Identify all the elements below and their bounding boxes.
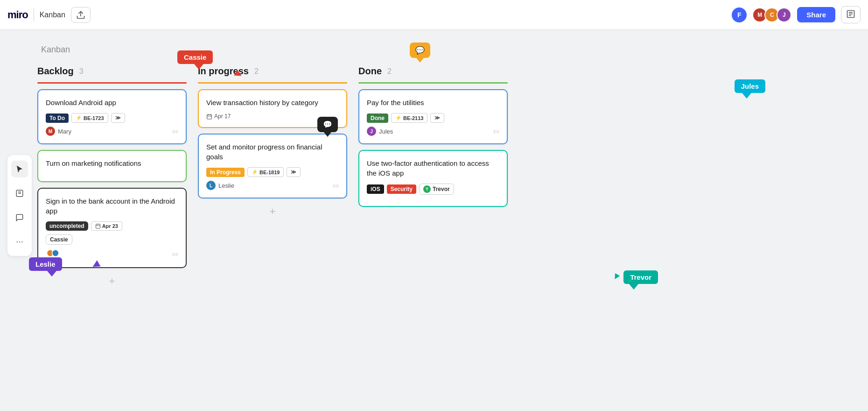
card-user: J Jules xyxy=(367,127,393,136)
svg-point-16 xyxy=(52,250,59,256)
column-done-title: Done xyxy=(358,66,382,77)
move-icon: ⇰ xyxy=(493,127,499,136)
trevor-label: Trevor xyxy=(623,270,658,284)
jules-cursor: Jules xyxy=(735,79,765,93)
card-download-android[interactable]: Download Android app To Do ⚡ BE-1723 ≫ M… xyxy=(37,89,187,144)
sidebar-note-icon[interactable] xyxy=(11,185,28,202)
move-icon: ⇰ xyxy=(172,250,178,259)
date-value: Apr 17 xyxy=(214,113,231,120)
kanban-board: Backlog 3 Download Android app To Do ⚡ B… xyxy=(37,66,831,289)
user-avatar-f: F xyxy=(732,7,747,22)
extra-tags: Cassie xyxy=(46,234,178,245)
card-tags: To Do ⚡ BE-1723 ≫ xyxy=(46,113,178,123)
column-inprogress-header: In progress 2 xyxy=(198,66,347,77)
sidebar-comment-icon[interactable] xyxy=(11,209,28,226)
main-content: Kanban Cassie ► Jules Backlog 3 Download… xyxy=(0,30,868,304)
avatar-3: J xyxy=(777,7,791,22)
share-button[interactable]: Share xyxy=(797,7,835,22)
date-tag: Apr 17 xyxy=(206,113,231,120)
tag-done: Done xyxy=(367,113,388,123)
card-title: Pay for the utilities xyxy=(367,98,499,107)
export-button[interactable] xyxy=(71,7,91,23)
tag-be-1819: ⚡ BE-1819 xyxy=(247,167,284,177)
card-footer: ⇰ xyxy=(46,248,178,260)
card-tags: uncompleted Apr 23 xyxy=(46,221,178,231)
add-card-inprogress[interactable]: + xyxy=(198,204,347,219)
column-backlog-divider xyxy=(37,82,187,84)
svg-point-10 xyxy=(21,241,22,242)
notes-button[interactable] xyxy=(841,6,861,23)
card-title: View transaction history by category xyxy=(206,98,339,107)
tag-todo: To Do xyxy=(46,113,69,123)
column-done-divider xyxy=(358,82,508,84)
tag-priority: ≫ xyxy=(111,113,125,123)
sidebar xyxy=(7,155,32,256)
tag-uncompleted: uncompleted xyxy=(46,221,88,231)
column-backlog-count: 3 xyxy=(79,67,84,76)
tag-inprogress: In Progress xyxy=(206,168,245,177)
avatar-group: M C J xyxy=(752,7,791,22)
card-tags: In Progress ⚡ BE-1819 ≫ xyxy=(206,167,339,177)
card-footer: L Leslie ⇰ xyxy=(206,181,339,190)
miro-logo: miro xyxy=(7,9,28,21)
topbar-divider xyxy=(34,8,34,21)
card-marketing-notifications[interactable]: Turn on marketing notifications xyxy=(37,150,187,182)
tag-date: Apr 23 xyxy=(91,221,122,231)
card-financial-goals[interactable]: Set and monitor progress on financial go… xyxy=(198,134,347,198)
board-title: Kanban xyxy=(41,45,831,55)
column-backlog: Backlog 3 Download Android app To Do ⚡ B… xyxy=(37,66,187,289)
cassie-label: Cassie xyxy=(177,50,213,64)
card-tags: Done ⚡ BE-2113 ≫ xyxy=(367,113,499,123)
trevor-avatar-sm: T xyxy=(423,185,431,193)
user-avatar-mary: M xyxy=(46,127,55,136)
topbar: miro Kanban F M C J Share xyxy=(0,0,868,30)
sidebar-more-icon[interactable] xyxy=(11,234,28,250)
column-inprogress-divider xyxy=(198,82,347,84)
comment-bubble-yellow: 💬 xyxy=(410,43,430,58)
board-title-topbar: Kanban xyxy=(40,11,65,19)
column-inprogress-count: 2 xyxy=(254,67,259,76)
trevor-cursor: ▲ Trevor xyxy=(611,270,658,284)
column-done-count: 2 xyxy=(387,67,392,76)
tag-security: Security xyxy=(387,184,416,194)
svg-rect-17 xyxy=(207,114,212,119)
svg-point-8 xyxy=(17,241,18,242)
tag-be-2113: ⚡ BE-2113 xyxy=(391,113,427,123)
move-icon: ⇰ xyxy=(333,181,339,190)
column-backlog-title: Backlog xyxy=(37,66,74,77)
svg-rect-11 xyxy=(96,224,100,228)
add-card-backlog[interactable]: + xyxy=(37,274,187,289)
tag-priority: ≫ xyxy=(430,113,444,123)
topbar-left: miro Kanban xyxy=(7,7,91,23)
card-tags: iOS Security T Trevor xyxy=(367,184,499,195)
column-backlog-header: Backlog 3 xyxy=(37,66,187,77)
card-title: Sign in to the bank account in the Andro… xyxy=(46,196,178,216)
card-user: L Leslie xyxy=(206,181,234,190)
card-footer: J Jules ⇰ xyxy=(367,127,499,136)
topbar-right: F M C J Share xyxy=(732,6,861,23)
svg-point-9 xyxy=(19,241,20,242)
sidebar-cursor-icon[interactable] xyxy=(11,161,28,177)
card-title: Set and monitor progress on financial go… xyxy=(206,142,339,162)
tag-cassie: Cassie xyxy=(46,234,72,245)
card-two-factor-auth[interactable]: Use two-factor authentication to access … xyxy=(358,150,508,207)
user-name: Mary xyxy=(58,128,71,135)
card-pay-utilities[interactable]: Pay for the utilities Done ⚡ BE-2113 ≫ J… xyxy=(358,89,508,144)
column-done-header: Done 2 xyxy=(358,66,508,77)
tag-be-1723: ⚡ BE-1723 xyxy=(71,113,108,123)
leslie-label: Leslie xyxy=(29,257,62,271)
card-footer: M Mary ⇰ xyxy=(46,127,178,136)
card-sign-in-bank[interactable]: Sign in to the bank account in the Andro… xyxy=(37,188,187,268)
column-done: 💬 Done 2 Pay for the utilities Done ⚡ BE… xyxy=(358,66,508,289)
cassie-cursor: Cassie xyxy=(177,50,213,64)
user-name: Jules xyxy=(379,128,393,135)
trevor-arrow-icon: ▲ xyxy=(609,270,623,284)
leslie-cursor: Leslie xyxy=(29,257,62,271)
comment-bubble-dark: 💬 xyxy=(317,117,338,132)
tag-trevor: T Trevor xyxy=(419,184,454,195)
user-avatar-jules: J xyxy=(367,127,376,136)
user-avatar-leslie: L xyxy=(206,181,216,190)
card-financial-goals-wrapper: 💬 Set and monitor progress on financial … xyxy=(198,134,347,198)
tag-ios: iOS xyxy=(367,184,384,194)
user-name: Leslie xyxy=(218,182,234,189)
